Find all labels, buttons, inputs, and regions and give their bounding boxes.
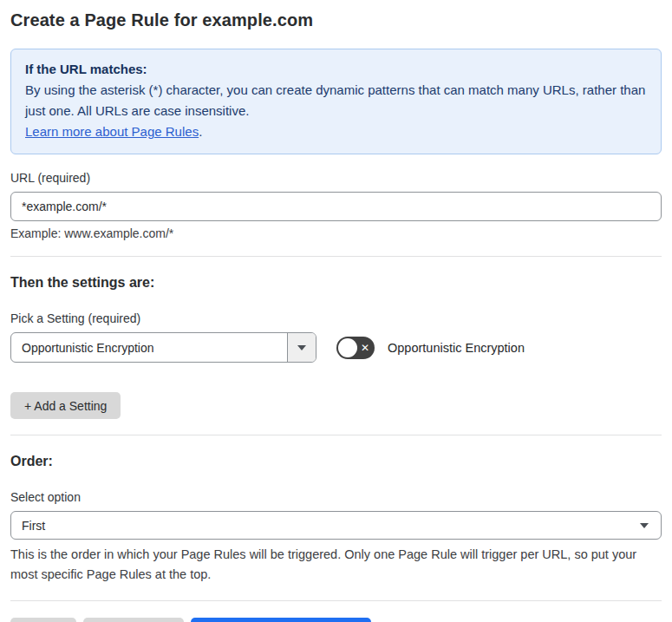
url-example-helper: Example: www.example.com/* [10, 226, 662, 240]
divider [10, 600, 662, 601]
url-field-label: URL (required) [10, 171, 662, 185]
order-select[interactable]: First [10, 511, 662, 540]
pick-setting-label: Pick a Setting (required) [10, 311, 662, 325]
order-section-heading: Order: [10, 454, 662, 469]
save-and-deploy-button[interactable]: Save and Deploy Page Rule [191, 618, 371, 622]
setting-row: Opportunistic Encryption ✕ Opportunistic… [10, 332, 662, 363]
toggle-label: Opportunistic Encryption [388, 341, 525, 355]
cancel-button[interactable]: Cancel [10, 618, 76, 622]
info-box-heading: If the URL matches: [25, 59, 647, 80]
info-box-link-line: Learn more about Page Rules. [25, 121, 647, 142]
link-period: . [199, 124, 202, 139]
save-as-draft-button[interactable]: Save as Draft [83, 618, 185, 622]
url-input[interactable] [10, 192, 662, 221]
setting-select[interactable]: Opportunistic Encryption [10, 332, 316, 363]
order-helper-text: This is the order in which your Page Rul… [10, 545, 643, 585]
setting-select-value: Opportunistic Encryption [11, 333, 287, 362]
learn-more-link[interactable]: Learn more about Page Rules [25, 124, 199, 139]
opportunistic-encryption-toggle[interactable]: ✕ [336, 337, 375, 359]
settings-section-heading: Then the settings are: [10, 275, 662, 291]
toggle-off-x-icon: ✕ [361, 337, 369, 359]
order-select-label: Select option [10, 490, 662, 504]
create-page-rule-form: Create a Page Rule for example.com If th… [0, 0, 672, 622]
footer-actions: Cancel Save as Draft Save and Deploy Pag… [10, 618, 662, 622]
caret-down-icon [640, 523, 649, 528]
divider [10, 435, 662, 435]
divider [10, 256, 662, 257]
page-title: Create a Page Rule for example.com [10, 10, 662, 30]
order-select-value: First [22, 519, 45, 533]
add-setting-button[interactable]: + Add a Setting [10, 392, 121, 419]
caret-down-icon [297, 345, 306, 350]
url-matches-info-box: If the URL matches: By using the asteris… [10, 49, 662, 154]
setting-select-arrow-button[interactable] [287, 333, 316, 362]
info-box-body: By using the asterisk (*) character, you… [25, 80, 647, 121]
toggle-knob [338, 338, 357, 357]
